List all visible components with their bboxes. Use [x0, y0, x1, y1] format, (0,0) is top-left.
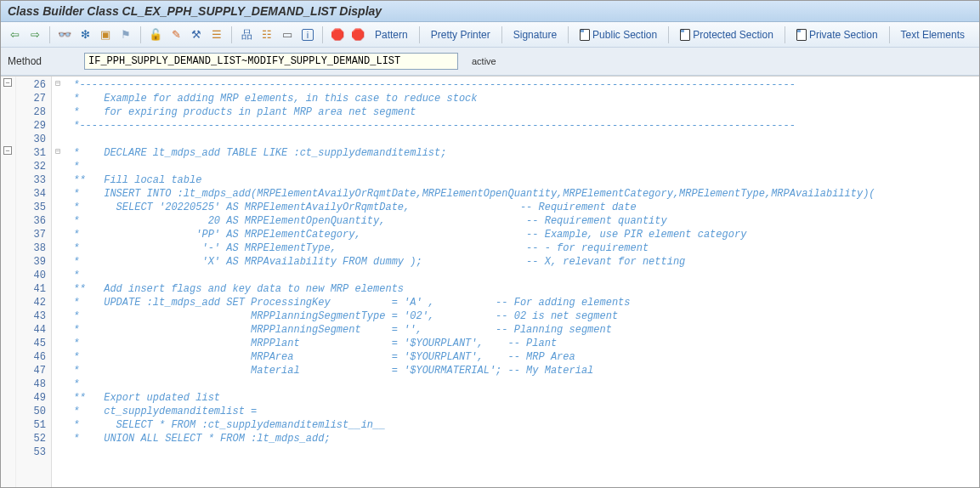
fold-mark: [52, 253, 64, 267]
tree-icon: 品: [240, 28, 253, 42]
glasses-icon: 👓: [58, 28, 71, 42]
wand-icon: ✎: [169, 28, 183, 42]
line-number: 52: [18, 432, 46, 445]
code-line: * UNION ALL SELECT * FROM :lt_mdps_add;: [67, 432, 976, 445]
text-elements-button[interactable]: Text Elements: [896, 26, 970, 44]
method-label: Method: [8, 55, 76, 67]
line-number: 47: [18, 364, 46, 377]
separator: [668, 26, 669, 43]
forward-button[interactable]: ⇨: [26, 26, 43, 44]
line-number: 31: [18, 146, 46, 160]
fold-mark: [52, 430, 64, 444]
info-button[interactable]: i: [299, 26, 316, 44]
tab-icon: [796, 29, 807, 41]
fold-mark: [52, 444, 64, 457]
fold-mark: [52, 131, 64, 145]
line-number: 39: [18, 255, 46, 269]
activate-button[interactable]: ✎: [167, 26, 184, 44]
code-line: * MRPPlanningSegmentType = '02', -- 02 i…: [67, 309, 976, 323]
line-number: 51: [18, 418, 46, 432]
code-line: * Material = '$YOURMATERIAL'; -- My Mate…: [67, 364, 976, 377]
fold-mark: [52, 321, 64, 335]
test-button[interactable]: ⚒: [188, 26, 205, 44]
line-number: 29: [18, 119, 46, 133]
other-object-button[interactable]: ❇: [76, 26, 93, 44]
separator: [322, 26, 323, 43]
line-number: 43: [18, 309, 46, 323]
fold-mark: [52, 104, 64, 117]
back-button[interactable]: ⇦: [6, 26, 23, 44]
code-line: ** Fill local table: [67, 173, 976, 187]
fold-mark: [52, 185, 64, 199]
fold-mark: [52, 267, 64, 281]
pretty-printer-button[interactable]: Pretty Printer: [426, 26, 496, 44]
line-number: 32: [18, 160, 46, 173]
check-icon: 🔓: [149, 28, 162, 42]
code-line: *---------------------------------------…: [67, 119, 976, 133]
fold-toggle[interactable]: −: [3, 78, 12, 87]
fold-mark: [52, 281, 64, 294]
separator: [231, 26, 232, 43]
code-line: * UPDATE :lt_mdps_add SET ProcessingKey …: [67, 296, 976, 309]
line-number: 33: [18, 173, 46, 187]
fold-mark[interactable]: ⊟: [52, 77, 64, 90]
book-icon: ▭: [280, 28, 294, 42]
method-input[interactable]: [84, 53, 458, 70]
separator: [889, 26, 890, 43]
fold-mark[interactable]: ⊟: [52, 145, 64, 158]
separator: [140, 26, 141, 43]
tree-button[interactable]: 品: [238, 26, 255, 44]
code-editor[interactable]: − − 262728293031323334353637383940414243…: [1, 76, 979, 488]
separator: [49, 26, 50, 43]
private-section-button[interactable]: Private Section: [791, 26, 883, 44]
separator: [501, 26, 502, 43]
check-button[interactable]: 🔓: [147, 26, 164, 44]
separator: [419, 26, 420, 43]
code-line: * 'PP' AS MRPElementCategory, -- Example…: [67, 228, 976, 241]
research-icon: ❇: [78, 28, 92, 42]
code-line: ** Export updated list: [67, 391, 976, 405]
breakpoint-button[interactable]: 🛑: [329, 26, 346, 44]
fold-mark: [52, 308, 64, 321]
inactive-button[interactable]: ⚑: [117, 26, 134, 44]
structure-gutter: ⊟⊟: [52, 77, 64, 488]
fold-mark: [52, 240, 64, 253]
protected-section-button[interactable]: Protected Section: [675, 26, 779, 44]
list-icon: ☰: [210, 28, 224, 42]
public-section-button[interactable]: Public Section: [575, 26, 662, 44]
fold-mark: [52, 335, 64, 349]
display-object-button[interactable]: 👓: [56, 26, 73, 44]
line-number: 34: [18, 187, 46, 201]
line-number: 35: [18, 201, 46, 214]
line-number: 27: [18, 92, 46, 105]
fold-mark: [52, 199, 64, 213]
book-button[interactable]: ▭: [279, 26, 296, 44]
hierarchy-button[interactable]: ☷: [258, 26, 275, 44]
code-line: * ct_supplydemanditemlist =: [67, 405, 976, 418]
page-icon: ▣: [99, 28, 112, 42]
code-line: * Example for adding MRP elements, in th…: [67, 92, 976, 105]
line-number-gutter: 2627282930313233343536373839404142434445…: [16, 77, 52, 488]
breakpoint2-button[interactable]: 🛑: [349, 26, 366, 44]
info-icon: i: [302, 29, 314, 41]
line-number: 28: [18, 105, 46, 119]
signature-button[interactable]: Signature: [508, 26, 562, 44]
code-line: [67, 133, 976, 146]
fold-mark: [52, 158, 64, 172]
pattern-button[interactable]: Pattern: [370, 26, 413, 44]
fold-toggle[interactable]: −: [3, 146, 12, 155]
code-line: * INSERT INTO :lt_mdps_add(MRPElementAva…: [67, 187, 976, 201]
line-number: 46: [18, 350, 46, 364]
window-title: Class Builder Class CL_EX_PPH_SUPPLY_DEM…: [1, 1, 979, 22]
code-line: * DECLARE lt_mdps_add TABLE LIKE :ct_sup…: [67, 146, 976, 160]
fold-mark: [52, 362, 64, 376]
where-used-button[interactable]: ☰: [208, 26, 225, 44]
code-line: *: [67, 377, 976, 391]
fold-mark: [52, 294, 64, 308]
flag-icon: ⚑: [119, 28, 133, 42]
code-line: * 'X' AS MRPAvailability FROM dummy ); -…: [67, 255, 976, 269]
new-button[interactable]: ▣: [97, 26, 114, 44]
main-toolbar: ⇦ ⇨ 👓 ❇ ▣ ⚑ 🔓 ✎ ⚒ ☰ 品 ☷ ▭ i 🛑 🛑 Pattern …: [1, 22, 979, 48]
line-number: 53: [18, 445, 46, 459]
code-line: * MRPPlanningSegment = '', -- Planning s…: [67, 323, 976, 337]
